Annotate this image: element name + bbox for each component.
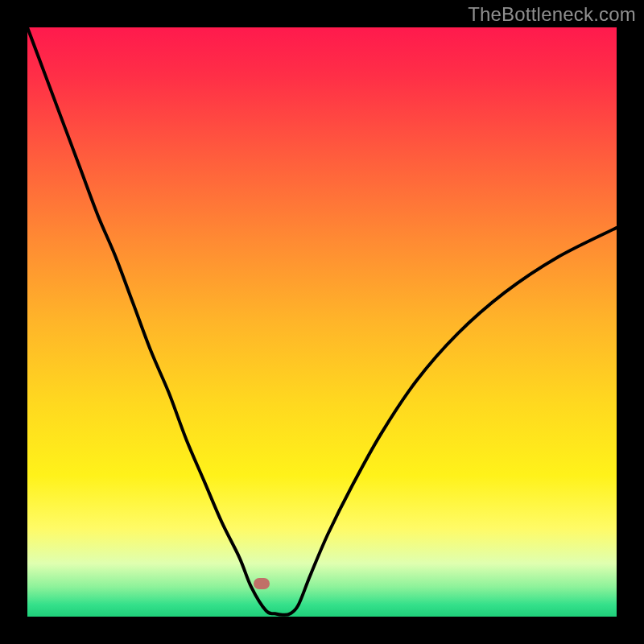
optimal-point-marker xyxy=(254,578,270,589)
chart-frame: TheBottleneck.com xyxy=(0,0,644,644)
plot-area xyxy=(27,27,617,617)
watermark-text: TheBottleneck.com xyxy=(468,3,636,26)
curve-path xyxy=(27,27,617,615)
bottleneck-curve xyxy=(27,27,617,617)
